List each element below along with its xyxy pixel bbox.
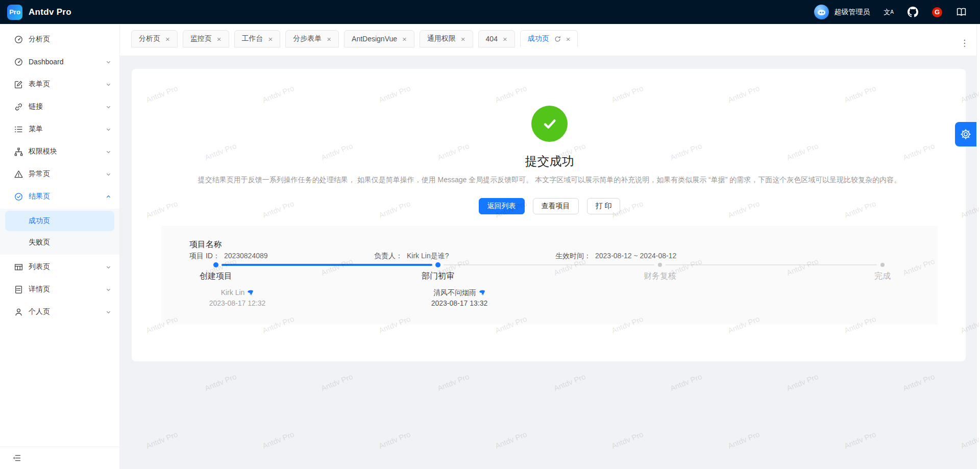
step-dot-2 [435, 262, 440, 267]
close-icon[interactable]: × [461, 35, 465, 43]
sidebar-footer [0, 447, 119, 469]
translate-cn-glyph: 文 [884, 9, 890, 15]
chevron-up-icon [106, 194, 111, 200]
close-icon[interactable]: × [503, 35, 507, 43]
github-icon[interactable] [908, 7, 918, 18]
sidebar-label: 成功页 [29, 216, 50, 226]
chevron-down-icon [106, 59, 111, 65]
project-name: 项目名称 [189, 239, 938, 250]
close-icon[interactable]: × [566, 35, 571, 43]
profile-icon [14, 285, 23, 294]
close-icon[interactable]: × [402, 35, 407, 43]
sidebar-item-menu[interactable]: 菜单 [0, 119, 119, 139]
tab-label: 分析页 [139, 34, 160, 43]
docs-book-icon[interactable] [956, 7, 967, 18]
sidebar-item-fail-page[interactable]: 失败页 [5, 232, 114, 253]
step-time: 2023-08-17 13:32 [403, 298, 516, 309]
chevron-down-icon [106, 82, 111, 87]
sidebar-item-forms[interactable]: 表单页 [0, 74, 119, 94]
tab-step-form[interactable]: 分步表单 × [285, 30, 339, 47]
sidebar-item-profile[interactable]: 个人页 [0, 302, 119, 322]
sidebar-label: 列表页 [29, 262, 106, 271]
sidebar-item-success-page[interactable]: 成功页 [5, 211, 114, 231]
sidebar-item-permission-module[interactable]: 权限模块 [0, 141, 119, 162]
step-connector [666, 264, 877, 265]
project-panel: 项目名称 项目 ID：20230824089 负责人：Kirk Lin是谁? 生… [161, 226, 938, 325]
sidebar-label: 失败页 [29, 238, 50, 247]
page-content: 提交成功 提交结果页用于反馈一系列操作任务的处理结果， 如果仅是简单操作，使用 … [120, 56, 976, 469]
link-icon [14, 103, 23, 111]
sidebar-label: 详情页 [29, 285, 106, 294]
close-icon[interactable]: × [165, 35, 170, 43]
gitee-icon[interactable]: G [932, 7, 942, 18]
tab-label: 监控页 [190, 34, 212, 43]
back-to-list-button[interactable]: 返回列表 [479, 198, 525, 214]
sidebar-item-result[interactable]: 结果页 [0, 186, 119, 207]
close-icon[interactable]: × [217, 35, 222, 43]
step-connector-done [222, 264, 432, 266]
language-switch-icon[interactable]: 文A [884, 7, 894, 18]
user-icon [14, 308, 23, 316]
dingtalk-icon[interactable] [479, 289, 485, 296]
logo-pro-badge: Pro [7, 5, 22, 20]
step-time: 2023-08-17 12:32 [181, 298, 293, 309]
field-value: Kirk Lin是谁? [407, 252, 449, 260]
warning-triangle-icon [14, 170, 23, 179]
sidebar-item-dashboard[interactable]: Dashboard [0, 52, 119, 72]
sidebar-item-exception[interactable]: 异常页 [0, 164, 119, 184]
tab-label: 404 [486, 35, 498, 43]
success-check-icon [531, 106, 568, 142]
tab-success-page[interactable]: 成功页 × [520, 30, 578, 47]
main-area: 分析页 × 监控页 × 工作台 × 分步表单 × AntDesignVue × … [120, 24, 980, 469]
view-project-button[interactable]: 查看项目 [533, 198, 579, 214]
result-description: 提交结果页用于反馈一系列操作任务的处理结果， 如果仅是简单操作，使用 Messa… [161, 176, 938, 185]
tab-more-icon[interactable]: ⋮ [957, 38, 972, 48]
form-edit-icon [14, 80, 23, 89]
tab-label: 成功页 [528, 34, 549, 43]
tab-404[interactable]: 404 × [478, 30, 515, 47]
owner-field: 负责人：Kirk Lin是谁? [374, 252, 449, 261]
close-icon[interactable]: × [268, 35, 273, 43]
refresh-icon[interactable] [554, 36, 561, 42]
step-title-review: 部门初审 [422, 271, 454, 282]
field-label: 生效时间： [555, 252, 591, 260]
tab-monitor[interactable]: 监控页 × [183, 30, 229, 47]
close-icon[interactable]: × [327, 35, 331, 43]
result-title: 提交成功 [161, 153, 938, 169]
user-avatar [814, 5, 829, 19]
sidebar-item-detail-pages[interactable]: 详情页 [0, 279, 119, 300]
field-value: 2023-08-12 ~ 2024-08-12 [595, 252, 676, 260]
tab-workbench[interactable]: 工作台 × [234, 30, 281, 47]
tab-label: 通用权限 [427, 34, 456, 43]
translate-en-glyph: A [890, 10, 894, 15]
menu-fold-icon[interactable] [12, 454, 21, 462]
dingtalk-icon[interactable] [247, 289, 254, 296]
effective-time-field: 生效时间：2023-08-12 ~ 2024-08-12 [555, 252, 676, 261]
sidebar-label: Dashboard [29, 58, 106, 66]
app-title: Antdv Pro [29, 7, 71, 17]
chevron-down-icon [106, 287, 111, 292]
field-value: 20230824089 [224, 252, 268, 260]
tab-analysis[interactable]: 分析页 × [131, 30, 178, 47]
scrollbar[interactable] [976, 24, 980, 469]
gitee-letter: G [935, 8, 940, 16]
settings-button[interactable] [955, 122, 976, 146]
list-icon [14, 125, 23, 134]
step-connector [444, 264, 654, 265]
user-menu[interactable]: 超级管理员 [814, 5, 870, 19]
chevron-down-icon [106, 127, 111, 132]
gear-icon [960, 129, 971, 140]
sidebar-item-list-pages[interactable]: 列表页 [0, 257, 119, 277]
app-logo[interactable]: Pro Antdv Pro [0, 5, 71, 20]
step-title-finance: 财务复核 [644, 271, 676, 282]
sidebar-item-links[interactable]: 链接 [0, 96, 119, 117]
sidebar-item-analysis[interactable]: 分析页 [0, 29, 119, 50]
step-dot-3 [658, 263, 662, 267]
sidebar-label: 表单页 [29, 80, 106, 89]
step-detail-review: 清风不问烟雨 2023-08-17 13:32 [403, 287, 516, 309]
print-button[interactable]: 打 印 [587, 198, 621, 214]
app-header: Pro Antdv Pro 超级管理员 文A G [0, 0, 980, 24]
tab-general-permission[interactable]: 通用权限 × [420, 30, 473, 47]
cluster-icon [14, 147, 23, 156]
tab-antdesignvue[interactable]: AntDesignVue × [344, 30, 414, 47]
